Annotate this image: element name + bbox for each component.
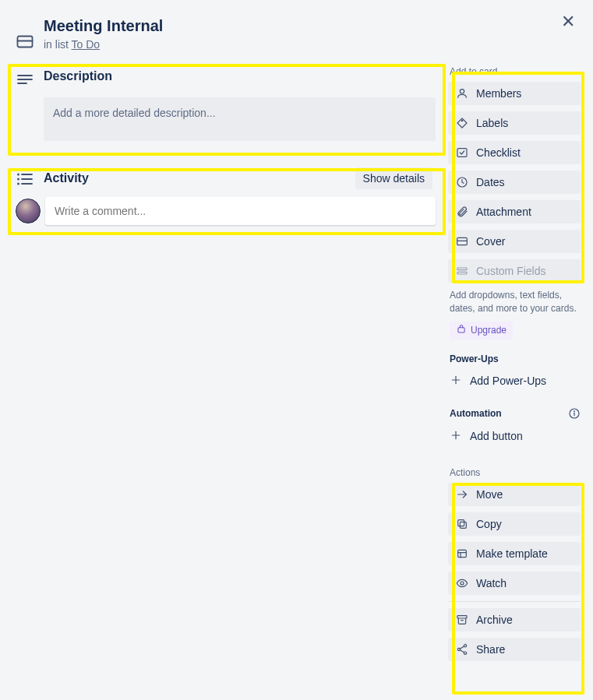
svg-point-10 (18, 183, 19, 184)
archive-icon (456, 614, 468, 626)
dates-button[interactable]: Dates (448, 171, 581, 194)
template-icon (456, 547, 468, 560)
checklist-icon (456, 146, 468, 159)
description-heading: Description (44, 69, 436, 83)
svg-rect-17 (457, 268, 467, 270)
show-details-button[interactable]: Show details (355, 167, 432, 189)
avatar[interactable] (16, 199, 41, 223)
svg-point-11 (460, 90, 464, 93)
activity-icon (16, 168, 34, 188)
members-button[interactable]: Members (448, 82, 581, 105)
dates-icon (456, 176, 468, 188)
custom-fields-icon (456, 265, 468, 277)
svg-point-33 (461, 582, 464, 585)
svg-rect-34 (457, 615, 467, 617)
copy-button[interactable]: Copy (448, 512, 581, 536)
cover-label: Cover (476, 235, 505, 248)
comment-input[interactable] (45, 197, 436, 225)
upgrade-label: Upgrade (471, 325, 507, 336)
card-icon (16, 16, 34, 63)
add-to-card-heading: Add to card (450, 66, 581, 77)
svg-point-12 (461, 120, 462, 121)
svg-line-39 (460, 646, 464, 649)
members-label: Members (476, 87, 521, 100)
share-icon (456, 643, 468, 656)
cover-button[interactable]: Cover (448, 230, 581, 253)
add-button-label: Add button (470, 430, 523, 442)
cover-icon (456, 235, 468, 248)
automation-heading: Automation (450, 408, 502, 419)
close-button[interactable]: ✕ (556, 9, 581, 34)
make-template-button[interactable]: Make template (448, 542, 581, 565)
svg-point-8 (18, 174, 19, 174)
add-powerups-label: Add Power-Ups (470, 375, 546, 387)
archive-label: Archive (476, 614, 513, 626)
actions-heading: Actions (450, 467, 581, 478)
watch-label: Watch (476, 577, 507, 589)
plus-icon (450, 429, 462, 444)
description-icon (16, 69, 34, 90)
move-icon (456, 488, 468, 501)
svg-rect-28 (460, 522, 466, 528)
move-label: Move (476, 488, 503, 501)
upgrade-button[interactable]: Upgrade (450, 322, 513, 339)
svg-rect-29 (458, 519, 464, 526)
copy-label: Copy (476, 518, 502, 530)
svg-line-40 (460, 649, 464, 652)
custom-fields-button[interactable]: Custom Fields (448, 259, 581, 283)
card-title[interactable]: Meeting Internal (44, 16, 163, 37)
labels-label: Labels (476, 117, 508, 129)
checklist-button[interactable]: Checklist (448, 141, 581, 164)
add-automation-button[interactable]: Add button (448, 424, 581, 448)
svg-point-9 (18, 178, 19, 179)
move-button[interactable]: Move (448, 483, 581, 506)
share-label: Share (476, 643, 505, 656)
copy-icon (456, 518, 468, 530)
labels-icon (456, 117, 468, 129)
attachment-button[interactable]: Attachment (448, 200, 581, 223)
svg-point-24 (574, 411, 575, 412)
archive-button[interactable]: Archive (448, 608, 581, 631)
svg-rect-30 (458, 550, 467, 557)
dates-label: Dates (476, 176, 505, 188)
watch-icon (456, 577, 468, 589)
checklist-label: Checklist (476, 146, 521, 159)
svg-rect-13 (457, 149, 467, 157)
attachment-icon (456, 206, 468, 218)
labels-button[interactable]: Labels (448, 111, 581, 135)
watch-button[interactable]: Watch (448, 572, 581, 595)
share-button[interactable]: Share (448, 638, 581, 661)
members-icon (456, 87, 468, 100)
make-template-label: Make template (476, 547, 548, 560)
plus-icon (450, 374, 462, 389)
card-list-location: in list To Do (44, 38, 163, 51)
description-input[interactable]: Add a more detailed description... (44, 97, 436, 141)
divider (448, 601, 581, 602)
upgrade-icon (456, 324, 467, 337)
custom-fields-hint: Add dropdowns, text fields, dates, and m… (450, 289, 581, 315)
svg-rect-19 (458, 327, 464, 332)
svg-rect-15 (457, 237, 468, 244)
activity-heading: Activity (44, 171, 355, 185)
custom-fields-label: Custom Fields (476, 265, 545, 277)
svg-rect-0 (18, 37, 33, 47)
list-link[interactable]: To Do (72, 38, 101, 51)
add-powerups-button[interactable]: Add Power-Ups (448, 369, 581, 393)
info-icon[interactable] (568, 407, 581, 420)
powerups-heading: Power-Ups (450, 354, 499, 364)
svg-rect-18 (457, 272, 467, 274)
attachment-label: Attachment (476, 206, 531, 218)
